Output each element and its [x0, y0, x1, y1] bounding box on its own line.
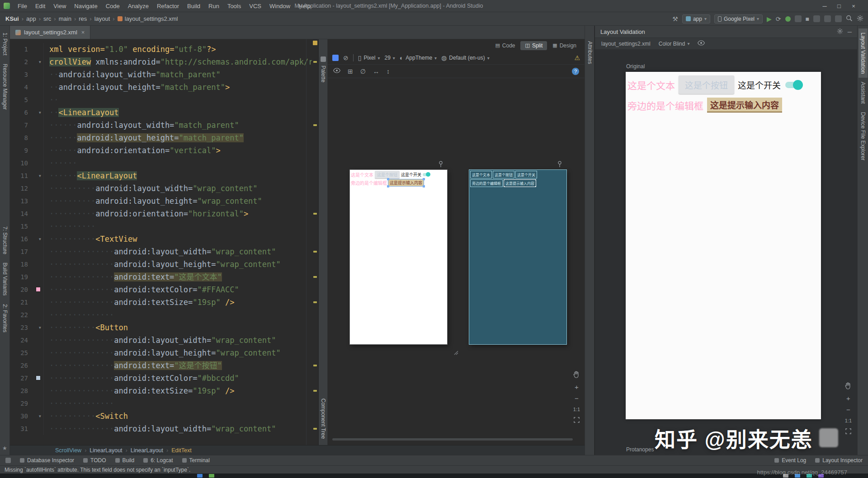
api-level-picker[interactable]: 29▾	[385, 55, 395, 61]
warning-stripe-mark[interactable]	[313, 124, 317, 126]
help-icon[interactable]: ?	[572, 68, 579, 75]
color-swatch[interactable]	[36, 287, 41, 292]
menu-edit[interactable]: Edit	[31, 3, 49, 9]
menu-run[interactable]: Run	[204, 3, 223, 9]
tool-button-layout-validation[interactable]: Layout Validation	[859, 28, 868, 78]
zoom-level[interactable]: 1:1	[845, 418, 852, 423]
code-line[interactable]: 15··········	[10, 220, 318, 233]
code-line[interactable]: 3··android:layout_width="match_parent"	[10, 68, 318, 81]
selection-handle[interactable]	[504, 186, 505, 187]
design-preview-device[interactable]: 这是个文本 这是个按钮 这是个开关 旁边的是个编辑框	[350, 170, 447, 344]
toolwindow-event-log[interactable]: Event Log	[774, 457, 806, 464]
code-line[interactable]: 6▾··<LinearLayout	[10, 106, 318, 119]
menu-file[interactable]: File	[14, 3, 31, 9]
zoom-in-button[interactable]: +	[846, 395, 850, 402]
apply-changes-icon[interactable]: ⟳	[776, 15, 781, 23]
fold-icon[interactable]: ▾	[38, 56, 42, 68]
code-line[interactable]: 26··············android:text="这是个按钮"	[10, 359, 318, 372]
toolwindow-layout-inspector[interactable]: Layout Inspector	[815, 457, 863, 464]
code-line[interactable]: 31··············android:layout_width="wr…	[10, 422, 318, 435]
fold-icon[interactable]: ▾	[38, 169, 42, 182]
code-line[interactable]: 21··············android:textSize="19sp" …	[10, 296, 318, 309]
preview-edittext-selected[interactable]: 这是提示输入内容	[388, 179, 424, 186]
locale-picker[interactable]: ◍Default (en-us)▾	[441, 54, 490, 61]
tool-button-device-file-explorer[interactable]: Device File Explorer	[859, 108, 868, 164]
toolwindow-6-logcat[interactable]: 6: Logcat	[143, 457, 173, 464]
menu-tools[interactable]: Tools	[223, 3, 245, 9]
code-line[interactable]: 16▾··········<TextView	[10, 233, 318, 245]
warning-stripe-mark[interactable]	[313, 61, 317, 63]
toolwindow-todo[interactable]: TODO	[83, 457, 106, 464]
code-line[interactable]: 5··	[10, 94, 318, 106]
run-button[interactable]: ▶	[767, 15, 772, 23]
code-line[interactable]: 17··············android:layout_width="wr…	[10, 245, 318, 258]
zoom-to-fit-icon[interactable]	[845, 428, 851, 435]
selection-handle[interactable]	[387, 178, 389, 180]
visibility-eye-icon[interactable]	[698, 40, 705, 47]
zoom-to-fit-icon[interactable]	[574, 417, 580, 424]
resize-handle-icon[interactable]	[454, 349, 458, 357]
code-line[interactable]: 30▾··········<Switch	[10, 410, 318, 422]
breadcrumb-main[interactable]: main	[58, 15, 72, 22]
file-warning-indicator[interactable]	[313, 41, 317, 45]
warning-stripe-mark[interactable]	[313, 251, 317, 253]
tool-button-assistant[interactable]: Assistant	[859, 78, 868, 108]
device-picker[interactable]: ▯Pixel▾	[358, 54, 380, 61]
xml-breadcrumb-scrollview-0[interactable]: ScrollView	[55, 447, 81, 454]
device-select[interactable]: Google Pixel▾	[714, 14, 763, 23]
code-line[interactable]: 10······	[10, 157, 318, 169]
blueprint-button[interactable]: 这是个按钮	[493, 171, 514, 178]
color-swatch[interactable]	[36, 375, 41, 380]
avd-manager-icon[interactable]	[835, 15, 842, 22]
blueprint-switch[interactable]: 这是个开关	[515, 171, 537, 178]
code-line[interactable]: 19··············android:text="这是个文本"	[10, 271, 318, 283]
tab-layout-settings2[interactable]: layout_settings2.xml ×	[10, 26, 90, 39]
pan-hand-icon[interactable]	[845, 382, 851, 390]
menu-refactor[interactable]: Refactor	[153, 3, 183, 9]
orientation-icon[interactable]: ⊘	[343, 54, 349, 61]
warning-stripe-mark[interactable]	[313, 301, 317, 303]
palette-tool-button[interactable]: Palette	[320, 66, 326, 82]
menu-vcs[interactable]: VCS	[245, 3, 265, 9]
warning-stripe-mark[interactable]	[313, 390, 317, 392]
code-line[interactable]: 25··············android:layout_height="w…	[10, 347, 318, 359]
warning-stripe-mark[interactable]	[313, 276, 317, 278]
breadcrumb-ksui[interactable]: KSui	[5, 15, 20, 22]
mode-design[interactable]: ▦Design	[548, 41, 581, 50]
blueprint-edittext-selected[interactable]: 这是提示输入内容	[504, 179, 536, 187]
warning-icon[interactable]: ⚠	[574, 54, 580, 61]
code-line[interactable]: 11▾······<LinearLayout	[10, 169, 318, 182]
blueprint-preview-device[interactable]: 这是个文本 这是个按钮 这是个开关 旁边的是个编辑框	[469, 170, 566, 344]
expand-horizontal-icon[interactable]: ↔	[373, 68, 379, 75]
fold-icon[interactable]: ▾	[38, 106, 42, 119]
tool-button-1-project[interactable]: 1: Project	[0, 28, 9, 60]
sync-gradle-icon[interactable]	[813, 15, 820, 22]
selection-handle[interactable]	[423, 178, 425, 180]
attributes-tool-button[interactable]: Attributes	[587, 41, 593, 64]
breadcrumb-app[interactable]: app	[25, 15, 37, 22]
validation-file-label[interactable]: layout_settings2.xml	[601, 41, 651, 47]
tool-button-7-structure[interactable]: 7: Structure	[0, 222, 9, 258]
code-line[interactable]: 8······android:layout_height="match_pare…	[10, 131, 318, 144]
design-surface-icon[interactable]	[332, 55, 339, 61]
selection-handle[interactable]	[504, 179, 505, 180]
warning-stripe-mark[interactable]	[313, 213, 317, 215]
tool-button-2-favorites[interactable]: 2: Favorites	[0, 300, 9, 337]
tool-button-resource-manager[interactable]: Resource Manager	[0, 60, 9, 114]
validation-settings-gear-icon[interactable]	[837, 28, 843, 36]
toolwindow-database-inspector[interactable]: Database Inspector	[20, 457, 74, 464]
magnet-off-icon[interactable]: ∅	[360, 68, 366, 75]
preview-textview[interactable]: 这是个文本	[351, 171, 373, 178]
preview-button[interactable]: 这是个按钮	[375, 171, 400, 178]
toolwindow-build[interactable]: Build	[115, 457, 135, 464]
selection-handle[interactable]	[535, 186, 536, 187]
stop-button[interactable]: ■	[806, 15, 809, 23]
code-line[interactable]: 18··············android:layout_height="w…	[10, 258, 318, 271]
breadcrumb-layout[interactable]: layout	[94, 15, 111, 22]
code-line[interactable]: 27··············android:textColor="#bbcc…	[10, 372, 318, 384]
expand-vertical-icon[interactable]: ↕	[387, 68, 390, 75]
xml-breadcrumb-linearlayout-1[interactable]: LinearLayout	[90, 447, 122, 454]
maximize-button[interactable]: □	[833, 3, 845, 9]
tool-button-build-variants[interactable]: Build Variants	[0, 258, 9, 300]
code-line[interactable]: 22··············	[10, 309, 318, 321]
